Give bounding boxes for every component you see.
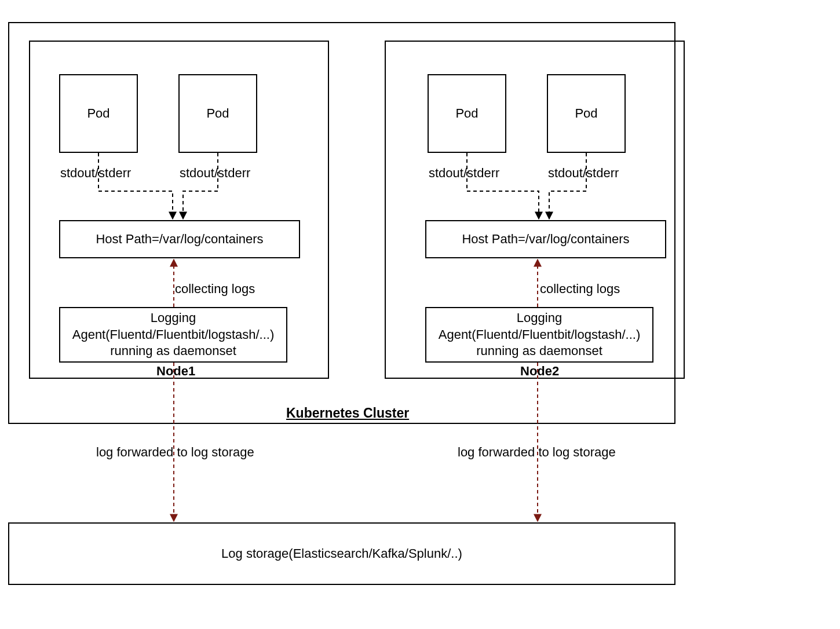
stdout-label-n1p1: stdout/stderr <box>60 166 131 181</box>
agent-n2: Logging Agent(Fluentd/Fluentbit/logstash… <box>425 307 653 363</box>
pod-label: Pod <box>202 103 233 125</box>
collecting-label-n2: collecting logs <box>540 281 620 297</box>
hostpath-label: Host Path=/var/log/containers <box>457 229 634 250</box>
storage-label: Log storage(Elasticsearch/Kafka/Splunk/.… <box>217 543 467 565</box>
stdout-label-n1p2: stdout/stderr <box>180 166 250 181</box>
node1-pod1: Pod <box>59 74 138 153</box>
hostpath-n1: Host Path=/var/log/containers <box>59 220 300 258</box>
forward-label-n2: log forwarded to log storage <box>458 445 616 460</box>
pod-label: Pod <box>451 103 483 125</box>
agent-label-n2: Logging Agent(Fluentd/Fluentbit/logstash… <box>434 308 645 362</box>
node2-label: Node2 <box>520 364 559 379</box>
stdout-label-n2p1: stdout/stderr <box>429 166 499 181</box>
cluster-label: Kubernetes Cluster <box>286 405 409 421</box>
node1-pod2: Pod <box>178 74 257 153</box>
hostpath-label: Host Path=/var/log/containers <box>91 229 268 250</box>
storage-box: Log storage(Elasticsearch/Kafka/Splunk/.… <box>8 522 675 585</box>
forward-label-n1: log forwarded to log storage <box>96 445 254 460</box>
node2-pod2: Pod <box>547 74 626 153</box>
pod-label: Pod <box>82 103 114 125</box>
hostpath-n2: Host Path=/var/log/containers <box>425 220 666 258</box>
diagram-root: Pod Pod Pod Pod stdout/stderr stdout/std… <box>0 0 840 629</box>
stdout-label-n2p2: stdout/stderr <box>548 166 619 181</box>
agent-n1: Logging Agent(Fluentd/Fluentbit/logstash… <box>59 307 287 363</box>
agent-label-n1: Logging Agent(Fluentd/Fluentbit/logstash… <box>68 308 279 362</box>
pod-label: Pod <box>570 103 602 125</box>
node2-pod1: Pod <box>428 74 506 153</box>
node1-label: Node1 <box>156 364 195 379</box>
collecting-label-n1: collecting logs <box>175 281 255 297</box>
